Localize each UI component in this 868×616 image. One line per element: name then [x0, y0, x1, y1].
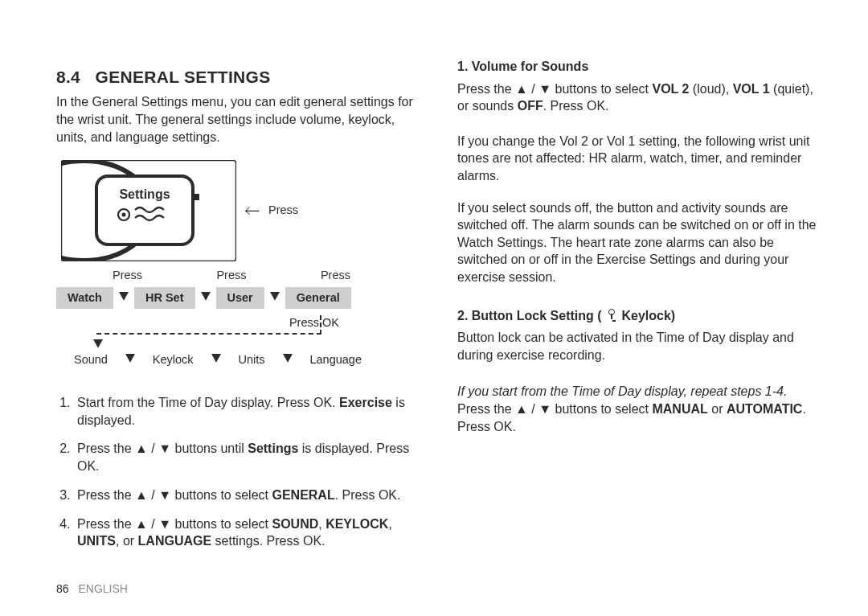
down-triangle-icon	[119, 290, 129, 306]
svg-marker-8	[201, 292, 211, 301]
sub-units: Units	[239, 352, 265, 368]
watch-illustration: Settings	[61, 160, 236, 261]
nav-general: General	[285, 287, 351, 310]
nav-watch: Watch	[56, 287, 113, 310]
down-triangle-icon	[283, 352, 293, 368]
svg-marker-9	[270, 292, 280, 301]
nav-user: User	[216, 287, 264, 310]
press-label-3: Press	[321, 268, 350, 284]
svg-marker-12	[211, 354, 221, 363]
page: 8.4 GENERAL SETTINGS In the General Sett…	[0, 0, 868, 577]
settings-diagram: Settings 🡐 Press Press Press Press	[56, 160, 422, 373]
nav-row: Watch HR Set User General	[56, 287, 422, 310]
button-lock-italic: If you start from the Time of Day displa…	[457, 383, 823, 400]
arrow-left-icon: 🡐	[244, 200, 260, 222]
step-1: Start from the Time of Day display. Pres…	[74, 394, 422, 429]
button-lock-heading: 2. Button Lock Setting ( Keylock)	[457, 307, 823, 325]
intro-paragraph: In the General Settings menu, you can ed…	[56, 93, 422, 146]
svg-text:Settings: Settings	[119, 187, 170, 201]
page-number: 86	[56, 582, 69, 595]
sub-keylock: Keylock	[153, 352, 194, 368]
down-triangle-icon	[93, 338, 103, 353]
down-triangle-icon	[201, 290, 211, 306]
down-triangle-icon	[211, 352, 221, 368]
svg-point-5	[122, 213, 126, 217]
step-3: Press the ▲ / ▼ buttons to select GENERA…	[74, 487, 422, 504]
page-footer: 86 ENGLISH	[56, 582, 128, 595]
section-number: 8.4	[56, 68, 80, 86]
press-label-2: Press	[216, 268, 246, 284]
press-ok-label: Press OK	[289, 315, 339, 331]
keylock-icon	[607, 309, 616, 322]
button-lock-p2: Press the ▲ / ▼ buttons to select MANUAL…	[457, 400, 823, 435]
svg-marker-7	[119, 292, 129, 301]
volume-p1: Press the ▲ / ▼ buttons to select VOL 2 …	[457, 80, 823, 115]
steps-list: Start from the Time of Day display. Pres…	[56, 394, 422, 550]
volume-p3: If you select sounds off, the button and…	[457, 199, 823, 286]
press-label-1: Press	[113, 268, 142, 284]
right-column: 1. Volume for Sounds Press the ▲ / ▼ but…	[457, 58, 823, 561]
press-ok-row: Press OK	[56, 315, 362, 347]
volume-p2: If you change the Vol 2 or Vol 1 setting…	[457, 133, 823, 185]
volume-heading: 1. Volume for Sounds	[457, 58, 823, 76]
svg-marker-13	[283, 354, 293, 363]
section-title-text: GENERAL SETTINGS	[96, 68, 271, 86]
press-label: Press	[268, 203, 298, 219]
section-heading: 8.4 GENERAL SETTINGS	[56, 66, 422, 88]
step-2: Press the ▲ / ▼ buttons until Settings i…	[74, 440, 422, 475]
step-4: Press the ▲ / ▼ buttons to select SOUND,…	[74, 515, 422, 551]
button-lock-p1: Button lock can be activated in the Time…	[457, 329, 823, 363]
footer-language: ENGLISH	[78, 582, 127, 595]
left-column: 8.4 GENERAL SETTINGS In the General Sett…	[56, 58, 422, 561]
nav-hr-set: HR Set	[134, 287, 195, 310]
svg-marker-11	[125, 354, 135, 363]
svg-marker-10	[93, 339, 103, 348]
press-labels-row: Press Press Press	[56, 266, 362, 284]
down-triangle-icon	[270, 290, 280, 306]
svg-rect-6	[194, 194, 199, 200]
sub-language: Language	[309, 352, 362, 368]
down-triangle-icon	[125, 352, 135, 368]
sub-sound: Sound	[74, 352, 108, 368]
